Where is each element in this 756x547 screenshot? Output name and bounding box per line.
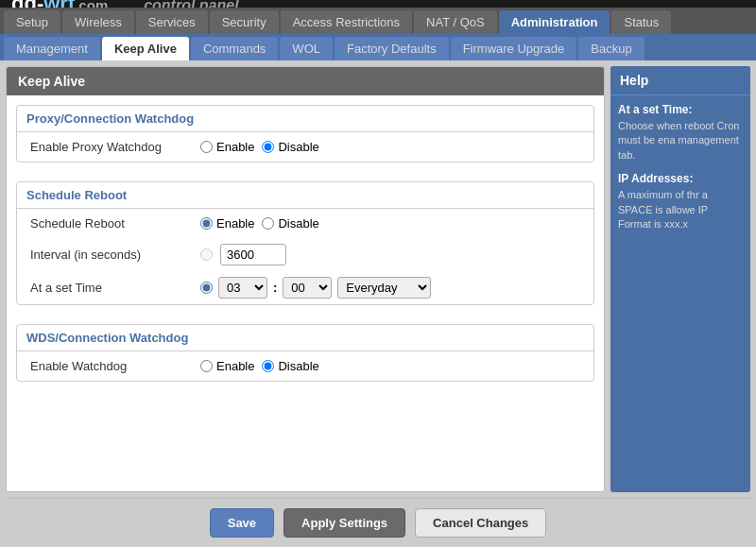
subtab-management[interactable]: Management <box>4 37 100 60</box>
nav-tabs: Setup Wireless Services Security Access … <box>0 8 756 60</box>
subtab-backup[interactable]: Backup <box>578 37 644 60</box>
subtab-commands[interactable]: Commands <box>191 37 278 60</box>
buttons-area: Save Apply Settings Cancel Changes <box>6 498 750 547</box>
proxy-watchdog-label: Enable Proxy Watchdog <box>30 140 200 154</box>
proxy-enable-radio[interactable] <box>200 141 213 153</box>
proxy-watchdog-section: Proxy/Connection Watchdog Enable Proxy W… <box>16 105 594 162</box>
tab-administration[interactable]: Administration <box>499 10 610 34</box>
help-panel: Help At a set Time: Choose when reboot C… <box>610 66 750 492</box>
wds-watchdog-section: WDS/Connection Watchdog Enable Watchdog … <box>16 324 594 382</box>
tab-access-restrictions[interactable]: Access Restrictions <box>281 10 412 34</box>
tab-setup[interactable]: Setup <box>4 10 60 34</box>
help-section-1: At a set Time: Choose when reboot Cron m… <box>618 103 743 162</box>
reboot-enable-text: Enable <box>216 216 254 231</box>
reboot-disable-text: Disable <box>278 216 318 231</box>
subtab-firmware-upgrade[interactable]: Firmware Upgrade <box>451 37 577 60</box>
section-title: Keep Alive <box>7 67 604 95</box>
tab-services[interactable]: Services <box>136 10 208 34</box>
schedule-reboot-section: Schedule Reboot Schedule Reboot Enable D… <box>16 181 594 305</box>
help-text-1: Choose when reboot Cron must be ena mana… <box>618 119 743 162</box>
subtab-factory-defaults[interactable]: Factory Defaults <box>335 37 449 60</box>
time-label: At a set Time <box>30 281 200 295</box>
tab-status[interactable]: Status <box>611 10 671 34</box>
tab-wireless[interactable]: Wireless <box>62 10 134 34</box>
help-header: Help <box>610 66 750 95</box>
hour-select[interactable]: 03 <box>218 277 267 299</box>
help-body: At a set Time: Choose when reboot Cron m… <box>610 95 750 239</box>
help-section-2: IP Addresses: A maximum of thr a SPACE i… <box>618 172 743 231</box>
wds-watchdog-row: Enable Watchdog Enable Disable <box>17 351 593 381</box>
schedule-reboot-label: Schedule Reboot <box>30 216 200 231</box>
subtab-keep-alive[interactable]: Keep Alive <box>102 37 189 60</box>
schedule-reboot-header: Schedule Reboot <box>17 182 593 209</box>
reboot-disable-label[interactable]: Disable <box>262 216 318 231</box>
main-panel: Keep Alive Proxy/Connection Watchdog Ena… <box>6 66 605 492</box>
day-select[interactable]: Everyday Sunday Monday Tuesday Wednesday… <box>337 277 431 299</box>
wds-disable-label: Disable <box>278 359 318 373</box>
proxy-watchdog-row: Enable Proxy Watchdog Enable Disable <box>17 132 593 162</box>
interval-input[interactable] <box>220 244 286 265</box>
cancel-changes-button[interactable]: Cancel Changes <box>415 508 546 538</box>
wds-enable-label: Enable <box>216 359 254 373</box>
wds-enable-radio-label[interactable]: Enable <box>200 359 254 373</box>
tab-security[interactable]: Security <box>210 10 279 34</box>
wds-disable-radio-label[interactable]: Disable <box>262 359 318 373</box>
proxy-disable-label: Disable <box>278 140 318 154</box>
proxy-disable-radio[interactable] <box>262 141 274 153</box>
top-bar: dd-wrt.com ... control panel Firmware: D… <box>0 0 756 8</box>
subtab-wol[interactable]: WOL <box>280 37 333 60</box>
proxy-enable-radio-label[interactable]: Enable <box>200 140 254 154</box>
help-heading-1: At a set Time: <box>618 103 743 116</box>
save-button[interactable]: Save <box>210 508 274 538</box>
interval-row: Interval (in seconds) <box>17 238 593 271</box>
help-text-2: A maximum of thr a SPACE is allowe IP Fo… <box>618 188 743 231</box>
reboot-disable-radio[interactable] <box>262 217 274 230</box>
wds-enable-radio[interactable] <box>200 360 213 372</box>
help-heading-2: IP Addresses: <box>618 172 743 185</box>
minute-select[interactable]: 00 <box>283 277 332 299</box>
proxy-watchdog-header: Proxy/Connection Watchdog <box>17 106 593 132</box>
proxy-disable-radio-label[interactable]: Disable <box>262 140 318 154</box>
wds-watchdog-label: Enable Watchdog <box>30 359 200 373</box>
schedule-reboot-row: Schedule Reboot Enable Disable <box>17 209 593 238</box>
apply-settings-button[interactable]: Apply Settings <box>284 508 405 538</box>
time-radio[interactable] <box>200 282 213 294</box>
tab-nat-qos[interactable]: NAT / QoS <box>414 10 497 34</box>
reboot-enable-radio[interactable] <box>200 217 213 230</box>
interval-radio[interactable] <box>200 248 213 261</box>
time-row: At a set Time 03 : 00 Everyday <box>17 271 593 304</box>
time-colon: : <box>273 281 277 295</box>
proxy-enable-label: Enable <box>216 140 254 154</box>
wds-disable-radio[interactable] <box>262 360 274 372</box>
reboot-enable-label[interactable]: Enable <box>200 216 254 231</box>
interval-label: Interval (in seconds) <box>30 248 200 262</box>
wds-watchdog-header: WDS/Connection Watchdog <box>17 325 593 351</box>
